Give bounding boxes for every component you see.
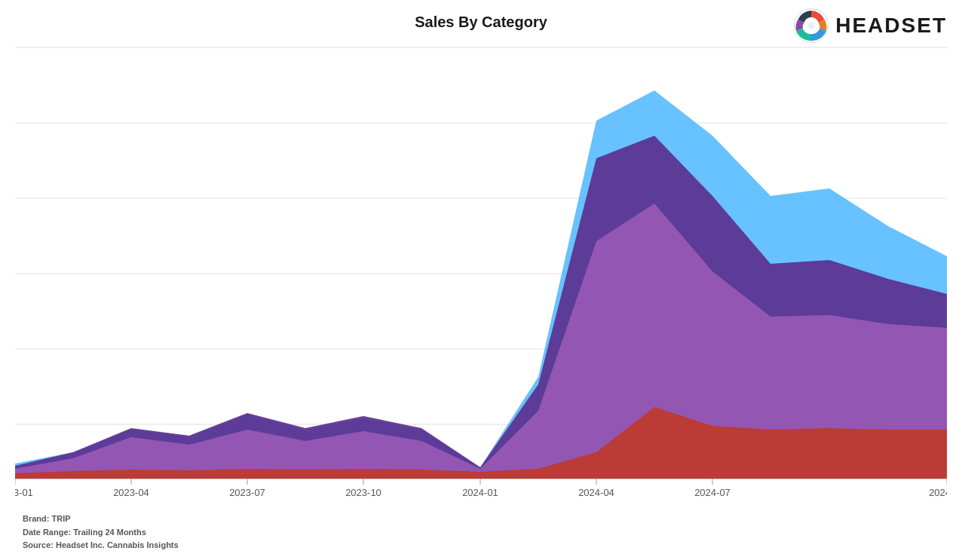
svg-text:2023-04: 2023-04 [113, 487, 149, 498]
svg-text:2024-10: 2024-10 [929, 487, 947, 498]
svg-text:2024-04: 2024-04 [578, 487, 614, 498]
headset-logo: HEADSET [793, 8, 947, 44]
svg-text:2023-07: 2023-07 [229, 487, 265, 498]
svg-text:2024-01: 2024-01 [462, 487, 498, 498]
footer-info: Brand: TRIP Date Range: Trailing 24 Mont… [23, 513, 179, 552]
footer-brand-value: TRIP [52, 514, 71, 523]
footer-source-label: Source: [23, 540, 54, 549]
footer-brand-label: Brand: [23, 514, 49, 523]
svg-text:2023-10: 2023-10 [345, 487, 381, 498]
footer-date-range-value: Trailing 24 Months [73, 528, 146, 537]
svg-point-2 [807, 22, 815, 29]
svg-text:2023-01: 2023-01 [15, 487, 33, 498]
footer-brand: Brand: TRIP [23, 513, 179, 526]
svg-text:2024-07: 2024-07 [694, 487, 731, 498]
footer-date-range: Date Range: Trailing 24 Months [23, 526, 179, 540]
footer-source: Source: Headset Inc. Cannabis Insights [23, 539, 179, 552]
headset-logo-icon [793, 8, 829, 44]
area-chart-svg: 2023-01 2023-04 2023-07 2023-10 2024-01 … [15, 45, 947, 500]
logo-text: HEADSET [835, 14, 947, 38]
chart-container: HEADSET Sales By Category Concentrates F… [0, 0, 962, 560]
footer-date-range-label: Date Range: [23, 528, 71, 537]
footer-source-value: Headset Inc. Cannabis Insights [56, 540, 179, 549]
